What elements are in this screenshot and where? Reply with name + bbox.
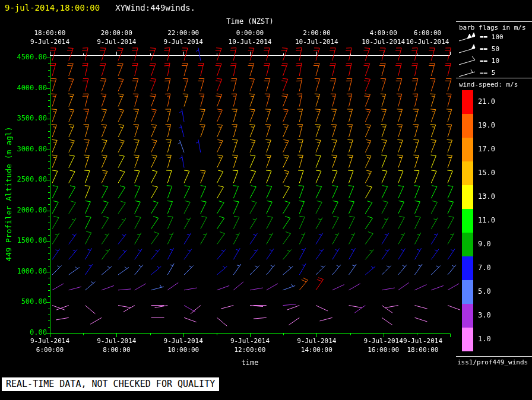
top-tick-time: 6:00:00: [392, 28, 463, 37]
y-tick-label: 4000.00: [0, 84, 47, 92]
top-tick-label: 20:00:009-Jul-2014: [81, 28, 152, 46]
colorbar-label: 9.0: [478, 240, 491, 248]
top-tick-label: 6:00:0010-Jul-2014: [392, 28, 463, 46]
bottom-tick-time: 10:00:00: [148, 345, 219, 354]
top-tick-date: 9-Jul-2014: [14, 37, 86, 46]
half-barb-icon: [458, 68, 477, 78]
y-tick-label: 4500.00: [0, 53, 47, 61]
top-tick-label: 2:00:0010-Jul-2014: [281, 28, 352, 46]
legend-barb-label: == 10: [480, 57, 499, 65]
legend-barb-row: == 10: [458, 55, 499, 66]
bottom-tick-time: 6:00:00: [14, 345, 86, 354]
legend-barb-row: == 50: [458, 43, 499, 54]
colorbar-block: [462, 161, 473, 185]
colorbar-block: [462, 328, 473, 351]
bottom-tick-time: 12:00:00: [214, 345, 286, 354]
bottom-tick-label: 9-Jul-201410:00:00: [148, 336, 219, 354]
colorbar-block: [462, 233, 473, 256]
y-tick-label: 1000.00: [0, 267, 47, 275]
colorbar-label: 13.0: [478, 192, 495, 201]
colorbar-label: 19.0: [478, 121, 495, 129]
full-barb-icon: [458, 56, 477, 66]
colorbar-label: 11.0: [478, 216, 495, 224]
colorbar-block: [462, 209, 473, 233]
bottom-tick-label: 9-Jul-201412:00:00: [214, 336, 286, 354]
legend-barb-label: == 5: [480, 69, 496, 77]
y-tick-label: 2500.00: [0, 175, 47, 183]
top-tick-time: 2:00:00: [281, 28, 352, 37]
bottom-tick-date: 9-Jul-2014: [14, 336, 86, 345]
y-tick-label: 500.00: [0, 297, 47, 306]
y-tick-label: 3000.00: [0, 145, 47, 153]
top-tick-date: 9-Jul-2014: [148, 37, 219, 46]
y-tick-label: 0.00: [0, 328, 47, 336]
bottom-tick-time: 14:00:00: [281, 345, 352, 354]
bottom-tick-label: 9-Jul-20148:00:00: [81, 336, 152, 354]
top-tick-date: 10-Jul-2014: [392, 37, 463, 46]
bottom-tick-date: 9-Jul-2014: [81, 336, 152, 345]
colorbar-label: 1.0: [478, 335, 491, 343]
top-tick-time: 22:00:00: [148, 28, 219, 37]
y-tick-label: 1500.00: [0, 236, 47, 245]
bottom-tick-date: 9-Jul-2014: [214, 336, 286, 345]
top-tick-label: 0:00:0010-Jul-2014: [214, 28, 286, 46]
colorbar-label: 15.0: [478, 169, 495, 177]
top-tick-label: 18:00:009-Jul-2014: [14, 28, 86, 46]
wind-profiler-screen: 9-jul-2014,18:00:00XYWind:449winds. Time…: [0, 0, 532, 400]
colorbar-block: [462, 256, 473, 280]
double-pennant-icon: [458, 32, 477, 42]
top-tick-time: 20:00:00: [81, 28, 152, 37]
pennant-icon: [458, 44, 477, 54]
colorbar-label: 7.0: [478, 264, 491, 272]
bottom-tick-label: 9-Jul-201414:00:00: [281, 336, 352, 354]
colorbar-block: [462, 185, 473, 209]
colorbar-label: 3.0: [478, 311, 491, 319]
bottom-tick-time: 8:00:00: [81, 345, 152, 354]
bottom-tick-time: 18:00:00: [387, 345, 458, 354]
bottom-tick-label: 9-Jul-20146:00:00: [14, 336, 86, 354]
top-tick-date: 10-Jul-2014: [281, 37, 352, 46]
colorbar-block: [462, 280, 473, 304]
colorbar-label: 17.0: [478, 145, 495, 153]
bottom-tick-label: 9-Jul-201418:00:00: [387, 336, 458, 354]
y-tick-label: 3500.00: [0, 114, 47, 122]
colorbar-block: [462, 304, 473, 328]
top-tick-date: 10-Jul-2014: [214, 37, 286, 46]
top-tick-date: 9-Jul-2014: [81, 37, 152, 46]
legend-barb-row: == 5: [458, 67, 496, 78]
top-tick-label: 22:00:009-Jul-2014: [148, 28, 219, 46]
colorbar-block: [462, 90, 473, 114]
legend-barb-label: == 100: [480, 33, 504, 41]
bottom-tick-date: 9-Jul-2014: [281, 336, 352, 345]
dynamic-label-layer: 18:00:009-Jul-201420:00:009-Jul-201422:0…: [0, 0, 532, 400]
top-tick-time: 0:00:00: [214, 28, 286, 37]
colorbar-label: 5.0: [478, 287, 491, 296]
colorbar-label: 21.0: [478, 97, 495, 106]
legend-barb-label: == 50: [480, 45, 499, 53]
y-tick-label: 2000.00: [0, 206, 47, 214]
bottom-tick-date: 9-Jul-2014: [387, 336, 458, 345]
colorbar-block: [462, 114, 473, 138]
top-tick-time: 18:00:00: [14, 28, 86, 37]
bottom-tick-date: 9-Jul-2014: [148, 336, 219, 345]
legend-barb-row: == 100: [458, 31, 504, 42]
colorbar-block: [462, 138, 473, 161]
